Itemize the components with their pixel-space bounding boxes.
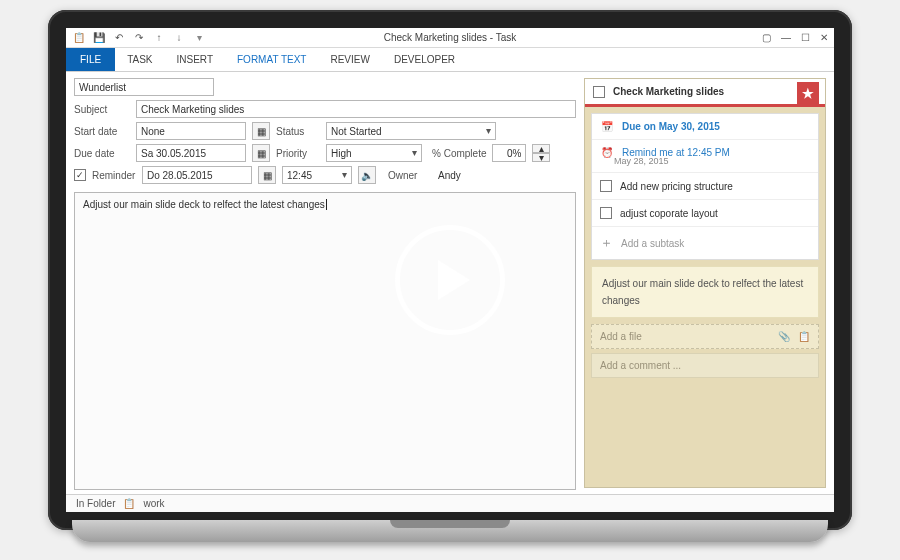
pct-down-button[interactable]: ▾ (532, 153, 550, 162)
calendar-icon: ▦ (257, 148, 266, 159)
wunderlist-panel: Check Marketing slides ★ 📅 Due on May 30… (584, 78, 826, 488)
add-file-placeholder: Add a file (600, 331, 642, 342)
due-date-field[interactable]: Sa 30.05.2015 (136, 144, 246, 162)
note-area[interactable]: Adjust our main slide deck to relfect th… (591, 266, 819, 318)
maximize-button[interactable]: ☐ (801, 32, 810, 43)
laptop-frame: 📋 💾 ↶ ↷ ↑ ↓ ▾ Check Marketing slides - T… (48, 10, 852, 530)
tab-format-text[interactable]: FORMAT TEXT (225, 48, 318, 71)
subtask-text: adjust coporate layout (620, 208, 718, 219)
subtask-row[interactable]: adjust coporate layout (592, 200, 818, 227)
folder-name[interactable]: work (143, 498, 164, 509)
task-body-text: Adjust our main slide deck to relfect th… (83, 199, 327, 210)
save-icon[interactable]: 💾 (92, 31, 106, 45)
reminder-label: Reminder (92, 170, 136, 181)
speaker-icon: 🔈 (361, 170, 373, 181)
folder-icon: 📋 (123, 498, 135, 509)
add-file-row[interactable]: Add a file 📎 📋 (591, 324, 819, 349)
subtask-checkbox[interactable] (600, 207, 612, 219)
laptop-bezel: 📋 💾 ↶ ↷ ↑ ↓ ▾ Check Marketing slides - T… (48, 10, 852, 530)
tab-insert[interactable]: INSERT (165, 48, 226, 71)
panel-body: 📅 Due on May 30, 2015 ⏰ Remind me at 12:… (591, 113, 819, 260)
note-text: Adjust our main slide deck to relfect th… (602, 278, 803, 306)
tab-task[interactable]: TASK (115, 48, 164, 71)
owner-label: Owner (388, 170, 432, 181)
app-window: 📋 💾 ↶ ↷ ↑ ↓ ▾ Check Marketing slides - T… (66, 28, 834, 512)
calendar-icon: ▦ (263, 170, 272, 181)
subtask-row[interactable]: Add new pricing structure (592, 173, 818, 200)
laptop-base (72, 520, 828, 542)
alarm-icon: ⏰ (600, 147, 614, 158)
panel-title: Check Marketing slides (613, 86, 724, 97)
ribbon-collapse-icon[interactable]: ▢ (762, 32, 771, 43)
laptop-notch (390, 520, 510, 528)
plus-icon: ＋ (600, 234, 613, 252)
reminder-date-field[interactable]: Do 28.05.2015 (142, 166, 252, 184)
category-field[interactable]: Wunderlist (74, 78, 214, 96)
redo-icon[interactable]: ↷ (132, 31, 146, 45)
start-date-field[interactable]: None (136, 122, 246, 140)
clipboard-icon[interactable]: 📋 (798, 331, 810, 342)
calendar-icon: 📅 (600, 121, 614, 132)
add-comment-placeholder: Add a comment ... (600, 360, 681, 371)
subtask-text: Add new pricing structure (620, 181, 733, 192)
start-date-picker-button[interactable]: ▦ (252, 122, 270, 140)
priority-select[interactable]: High (326, 144, 422, 162)
reminder-date-picker-button[interactable]: ▦ (258, 166, 276, 184)
reminder-date: May 28, 2015 (614, 156, 818, 172)
status-label: Status (276, 126, 320, 137)
reminder-checkbox[interactable] (74, 169, 86, 181)
content-area: Wunderlist Subject Check Marketing slide… (66, 72, 834, 494)
qat-more-icon[interactable]: ▾ (192, 31, 206, 45)
task-body-editor[interactable]: Adjust our main slide deck to relfect th… (74, 192, 576, 490)
panel-complete-checkbox[interactable] (593, 86, 605, 98)
pct-complete-label: % Complete (432, 148, 486, 159)
add-subtask-row[interactable]: ＋ Add a subtask (592, 227, 818, 259)
reminder-sound-button[interactable]: 🔈 (358, 166, 376, 184)
reminder-time-select[interactable]: 12:45 (282, 166, 352, 184)
close-button[interactable]: ✕ (820, 32, 828, 43)
due-date-label: Due date (74, 148, 130, 159)
due-date-picker-button[interactable]: ▦ (252, 144, 270, 162)
move-up-icon[interactable]: ↑ (152, 31, 166, 45)
due-row[interactable]: 📅 Due on May 30, 2015 (592, 114, 818, 140)
status-select[interactable]: Not Started (326, 122, 496, 140)
titlebar: 📋 💾 ↶ ↷ ↑ ↓ ▾ Check Marketing slides - T… (66, 28, 834, 48)
task-form: Wunderlist Subject Check Marketing slide… (66, 72, 584, 494)
priority-label: Priority (276, 148, 320, 159)
pct-complete-field[interactable]: 0% (492, 144, 526, 162)
subject-field[interactable]: Check Marketing slides (136, 100, 576, 118)
attach-icon[interactable]: 📎 (778, 331, 790, 342)
in-folder-label: In Folder (76, 498, 115, 509)
reminder-row[interactable]: ⏰ Remind me at 12:45 PM May 28, 2015 (592, 140, 818, 173)
tab-review[interactable]: REVIEW (318, 48, 381, 71)
ribbon: FILE TASK INSERT FORMAT TEXT REVIEW DEVE… (66, 48, 834, 72)
subtask-checkbox[interactable] (600, 180, 612, 192)
move-down-icon[interactable]: ↓ (172, 31, 186, 45)
add-subtask-placeholder: Add a subtask (621, 238, 684, 249)
subject-label: Subject (74, 104, 130, 115)
owner-value: Andy (438, 170, 461, 181)
panel-header: Check Marketing slides ★ (585, 79, 825, 107)
add-comment-field[interactable]: Add a comment ... (591, 353, 819, 378)
tab-file[interactable]: FILE (66, 48, 115, 71)
clipboard-icon: 📋 (72, 31, 86, 45)
undo-icon[interactable]: ↶ (112, 31, 126, 45)
status-bar: In Folder 📋 work (66, 494, 834, 512)
star-button[interactable]: ★ (797, 82, 819, 104)
calendar-icon: ▦ (257, 126, 266, 137)
minimize-button[interactable]: — (781, 32, 791, 43)
start-date-label: Start date (74, 126, 130, 137)
tab-developer[interactable]: DEVELOPER (382, 48, 467, 71)
due-text: Due on May 30, 2015 (622, 121, 720, 132)
